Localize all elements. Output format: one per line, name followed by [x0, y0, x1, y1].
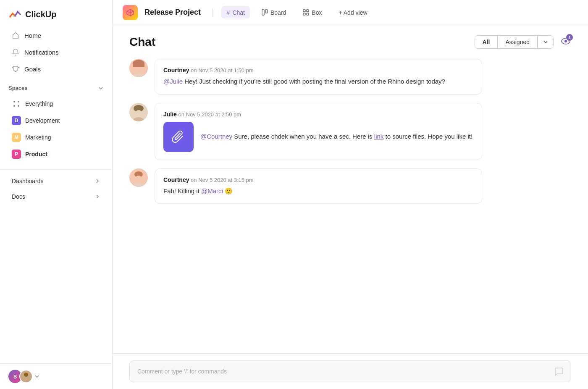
message-link[interactable]: link	[374, 133, 384, 140]
sidebar: ClickUp Home Notifications Goals Spaces	[0, 0, 113, 389]
svg-point-1	[18, 101, 19, 103]
clickup-logo	[8, 8, 22, 21]
message-meta-2: Julie on Nov 5 2020 at 2:50 pm	[163, 111, 473, 118]
filter-assigned-button[interactable]: Assigned	[498, 36, 538, 48]
chat-header: Chat All Assigned 1	[129, 35, 571, 49]
courtney-face	[129, 59, 148, 77]
add-view-label: + Add view	[339, 9, 367, 16]
logo-area: ClickUp	[0, 0, 112, 27]
message-bubble-3: Courtney on Nov 5 2020 at 3:15 pm Fab! K…	[155, 168, 482, 204]
add-view-button[interactable]: + Add view	[333, 7, 372, 18]
sidebar-bottom: Dashboards Docs	[0, 169, 112, 205]
filter-all-button[interactable]: All	[475, 36, 498, 48]
spaces-header[interactable]: Spaces	[0, 81, 112, 95]
sidebar-item-development[interactable]: D Development	[3, 113, 109, 129]
sidebar-item-product[interactable]: P Product	[3, 146, 109, 162]
message-timestamp-2: on Nov 5 2020 at 2:50 pm	[178, 111, 242, 118]
tab-divider	[213, 8, 213, 17]
marketing-badge: M	[12, 133, 21, 142]
mention-julie[interactable]: @Julie	[163, 78, 183, 85]
development-label: Development	[25, 117, 60, 124]
svg-rect-7	[265, 10, 268, 13]
svg-point-5	[22, 378, 30, 382]
home-label: Home	[24, 32, 41, 39]
message-meta-1: Courtney on Nov 5 2020 at 1:50 pm	[163, 67, 473, 74]
sidebar-item-everything[interactable]: Everything	[3, 96, 109, 112]
attachment-thumb[interactable]	[163, 122, 194, 152]
svg-point-24	[135, 176, 142, 183]
message-body-prefix-3: Fab! Killing it	[163, 187, 201, 194]
message-author-2: Julie	[163, 111, 177, 118]
svg-point-16	[135, 66, 142, 74]
message-timestamp-3: on Nov 5 2020 at 3:15 pm	[191, 177, 254, 183]
product-badge: P	[12, 150, 21, 159]
trophy-icon	[12, 65, 19, 73]
project-title: Release Project	[144, 8, 201, 17]
message-text-1: @Julie Hey! Just checking if you're stil…	[163, 77, 473, 87]
comment-input-box[interactable]: Comment or type '/' for commands	[129, 360, 571, 382]
tab-box[interactable]: Box	[298, 7, 327, 18]
marketing-label: Marketing	[25, 134, 51, 141]
hash-icon: #	[226, 9, 230, 16]
home-icon	[12, 32, 19, 39]
svg-point-0	[13, 101, 15, 103]
docs-nav[interactable]: Docs	[3, 189, 109, 204]
svg-point-13	[564, 40, 567, 42]
sidebar-item-marketing[interactable]: M Marketing	[3, 129, 109, 145]
svg-rect-8	[303, 10, 305, 12]
mention-marci[interactable]: @Marci	[201, 187, 223, 194]
message-row-2: Julie on Nov 5 2020 at 2:50 pm @Courtney…	[129, 103, 571, 160]
sidebar-item-goals[interactable]: Goals	[3, 61, 109, 77]
svg-point-2	[13, 105, 15, 107]
message-body-after-2: to source files. Hope you like it!	[383, 133, 472, 140]
julie-face-svg	[129, 103, 148, 121]
product-label: Product	[25, 151, 47, 158]
svg-point-20	[135, 110, 142, 118]
courtney-avatar-2	[129, 168, 148, 187]
sidebar-footer: S	[0, 363, 112, 389]
chevron-down-filter-icon	[543, 39, 548, 45]
message-bubble-1: Courtney on Nov 5 2020 at 1:50 pm @Julie…	[155, 59, 482, 95]
message-row: Courtney on Nov 5 2020 at 1:50 pm @Julie…	[129, 59, 571, 95]
comment-icon	[554, 367, 563, 376]
svg-point-4	[24, 373, 28, 377]
sidebar-item-home[interactable]: Home	[3, 27, 109, 43]
dashboards-nav[interactable]: Dashboards	[3, 173, 109, 189]
message-bubble-2: Julie on Nov 5 2020 at 2:50 pm @Courtney…	[155, 103, 482, 160]
svg-point-15	[134, 62, 143, 68]
user-avatar-icon	[20, 371, 32, 382]
board-icon	[262, 9, 268, 16]
mention-courtney[interactable]: @Courtney	[200, 133, 232, 140]
courtney-face-svg	[129, 59, 148, 77]
tab-box-label: Box	[312, 9, 322, 16]
paperclip-icon	[172, 130, 185, 144]
message-text-3: Fab! Killing it @Marci 🙂	[163, 187, 473, 196]
avatar-user2[interactable]	[19, 370, 33, 383]
topbar: Release Project # Chat Board Box + Add v…	[113, 0, 588, 25]
chat-area: Chat All Assigned 1	[113, 25, 588, 353]
julie-avatar	[129, 103, 148, 121]
message-author-3: Courtney	[163, 176, 189, 183]
tab-chat-label: Chat	[232, 9, 245, 16]
message-emoji-3: 🙂	[225, 187, 233, 194]
comment-area: Comment or type '/' for commands	[113, 353, 588, 389]
message-author-1: Courtney	[163, 67, 189, 74]
watch-button[interactable]: 1	[560, 36, 571, 48]
chat-title: Chat	[129, 35, 155, 49]
filter-dropdown[interactable]	[538, 37, 553, 47]
spaces-label: Spaces	[8, 85, 28, 91]
chevron-down-small-icon	[34, 374, 39, 379]
courtney-face-svg-2	[129, 168, 148, 187]
message-meta-3: Courtney on Nov 5 2020 at 3:15 pm	[163, 176, 473, 183]
docs-label: Docs	[12, 193, 25, 200]
box-grid-icon	[303, 9, 309, 16]
message-body-1: Hey! Just checking if you're still good …	[183, 78, 445, 85]
tab-chat[interactable]: # Chat	[221, 6, 250, 18]
attachment-row: @Courtney Sure, please chdek when you ha…	[163, 122, 473, 152]
tab-board[interactable]: Board	[257, 7, 291, 18]
filter-group: All Assigned	[475, 35, 554, 49]
sidebar-item-notifications[interactable]: Notifications	[3, 44, 109, 60]
svg-rect-11	[307, 13, 309, 15]
svg-rect-9	[307, 10, 309, 12]
everything-label: Everything	[25, 100, 53, 107]
